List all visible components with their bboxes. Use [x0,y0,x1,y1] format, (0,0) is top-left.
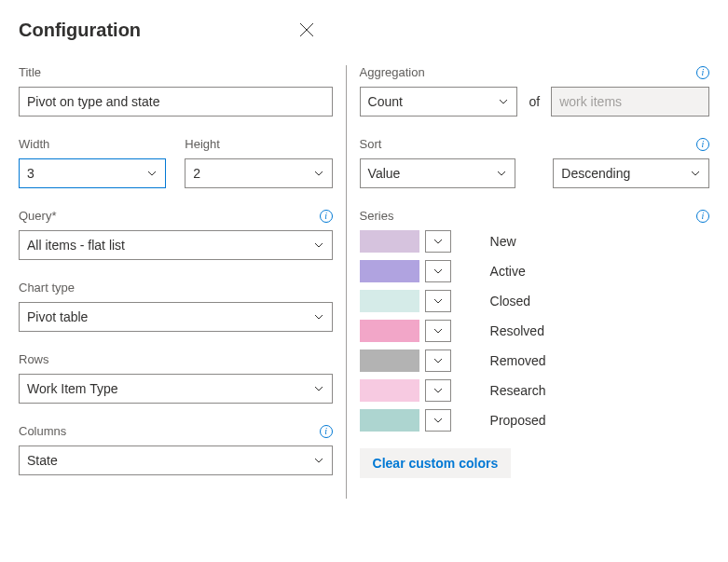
chevron-down-icon [313,311,324,322]
aggregation-label: Aggregation [360,65,425,79]
of-label: of [529,94,540,109]
sort-by-value: Value [368,166,401,181]
chart-type-label: Chart type [19,281,75,295]
color-swatch [360,320,419,342]
color-swatch [360,379,419,402]
right-panel: Aggregation i Count of work items Sort [346,65,709,499]
width-value: 3 [27,166,34,181]
series-item-label: Closed [490,294,531,308]
query-value: All items - flat list [27,238,125,253]
info-icon[interactable]: i [696,210,709,223]
chart-type-value: Pivot table [27,309,88,324]
chevron-down-icon [433,415,444,426]
aggregation-value: Count [368,94,403,109]
title-label: Title [19,65,41,79]
series-row: Removed [360,350,709,372]
series-item-label: Research [490,383,546,398]
chevron-down-icon [433,295,444,307]
sort-by-select[interactable]: Value [360,158,516,188]
sort-dir-value: Descending [561,166,630,181]
color-swatch [360,290,419,312]
chevron-down-icon [313,240,324,251]
series-row: Proposed [360,409,709,432]
series-item-label: Proposed [490,413,546,428]
chevron-down-icon [433,355,444,366]
color-select[interactable] [425,290,451,312]
color-swatch [360,409,419,432]
chevron-down-icon [496,168,507,179]
color-select[interactable] [425,230,451,253]
chevron-down-icon [313,455,324,466]
series-row: Active [360,260,709,282]
color-swatch [360,260,419,282]
color-select[interactable] [425,320,451,342]
aggregation-of-select: work items [551,87,709,117]
query-select[interactable]: All items - flat list [19,230,333,260]
chevron-down-icon [313,383,324,394]
chart-type-select[interactable]: Pivot table [19,302,333,332]
chevron-down-icon [433,266,444,277]
title-value: Pivot on type and state [27,94,159,109]
color-select[interactable] [425,260,451,282]
width-select[interactable]: 3 [19,158,166,188]
query-label: Query* [19,209,56,223]
sort-dir-select[interactable]: Descending [553,158,709,188]
width-label: Width [19,137,49,151]
chevron-down-icon [690,168,701,179]
series-row: New [360,230,709,253]
series-label: Series [360,209,394,223]
color-select[interactable] [425,350,451,372]
color-swatch [360,350,419,372]
series-item-label: Removed [490,353,546,368]
left-panel: Title Pivot on type and state Width 3 [19,65,346,499]
height-value: 2 [193,166,200,181]
page-title: Configuration [19,20,141,41]
clear-custom-colors-button[interactable]: Clear custom colors [360,448,512,478]
info-icon[interactable]: i [320,210,333,223]
chevron-down-icon [313,168,324,179]
info-icon[interactable]: i [696,138,709,151]
columns-value: State [27,453,58,468]
color-select[interactable] [425,409,451,432]
rows-label: Rows [19,352,49,366]
chevron-down-icon [146,168,158,179]
height-label: Height [185,137,220,151]
close-button[interactable] [295,19,318,41]
series-item-label: New [490,234,516,249]
series-item-label: Active [490,264,526,279]
rows-select[interactable]: Work Item Type [19,374,333,404]
series-row: Research [360,379,709,402]
info-icon[interactable]: i [696,66,709,79]
height-select[interactable]: 2 [185,158,332,188]
info-icon[interactable]: i [320,425,333,438]
columns-select[interactable]: State [19,445,333,475]
chevron-down-icon [433,385,444,396]
close-icon [299,22,314,37]
rows-value: Work Item Type [27,381,118,396]
title-input[interactable]: Pivot on type and state [19,87,333,117]
columns-label: Columns [19,424,66,438]
chevron-down-icon [433,236,444,247]
series-list: NewActiveClosedResolvedRemovedResearchPr… [360,230,709,432]
aggregation-of-value: work items [559,94,622,109]
chevron-down-icon [433,325,444,336]
aggregation-select[interactable]: Count [360,87,518,117]
series-row: Resolved [360,320,709,342]
color-swatch [360,230,419,253]
series-item-label: Resolved [490,323,544,338]
color-select[interactable] [425,379,451,402]
chevron-down-icon [498,96,509,107]
series-row: Closed [360,290,709,312]
sort-label: Sort [360,137,382,151]
